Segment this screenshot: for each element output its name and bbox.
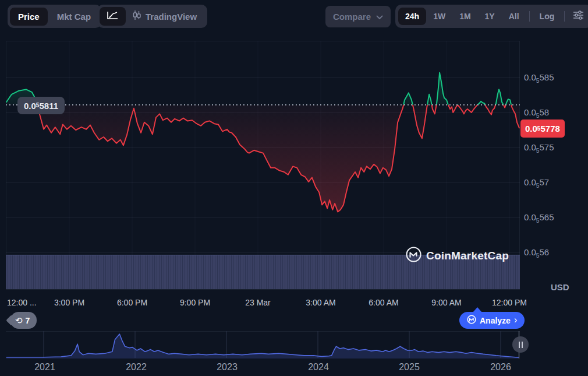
tab-price[interactable]: Price xyxy=(10,8,48,26)
history-events-badge[interactable]: ⟲ 7 xyxy=(10,312,37,329)
x-axis-tick: 12:00 ... xyxy=(7,298,37,307)
line-chart-button[interactable] xyxy=(100,7,126,26)
range-selector: 24h 1W 1M 1Y All Log xyxy=(395,5,588,28)
x-axis-tick: 12:00 PM xyxy=(492,298,527,307)
year-tick: 2021 xyxy=(34,362,55,373)
range-1w[interactable]: 1W xyxy=(426,8,452,25)
chart-type-toggle: TradingView xyxy=(97,5,207,28)
chevron-down-icon xyxy=(376,12,383,22)
tab-price-label: Price xyxy=(18,12,40,22)
watermark-label: CoinMarketCap xyxy=(426,250,509,262)
navigator-resize-handle[interactable] xyxy=(512,336,529,353)
x-axis-tick: 9:00 PM xyxy=(180,298,210,307)
y-axis-tick: 0.0558 xyxy=(524,107,549,117)
log-scale-toggle[interactable]: Log xyxy=(533,8,562,25)
x-axis-tick: 23 Mar xyxy=(245,298,271,307)
toolbar-divider xyxy=(529,11,530,22)
chart-settings-button[interactable] xyxy=(568,7,588,26)
x-axis-tick: 9:00 AM xyxy=(431,298,461,307)
history-count: 7 xyxy=(26,316,30,325)
reference-price-badge: 0.055811 xyxy=(17,97,65,114)
y-axis-tick: 0.0557 xyxy=(524,177,549,187)
tradingview-label: TradingView xyxy=(146,12,197,22)
x-axis-tick: 3:00 AM xyxy=(306,298,335,307)
current-price-badge: 0.055778 xyxy=(520,120,565,138)
currency-unit-label: USD xyxy=(551,282,569,292)
analyze-chevron-icon: › xyxy=(514,315,517,325)
year-tick: 2025 xyxy=(399,362,420,373)
range-24h[interactable]: 24h xyxy=(398,8,426,25)
cur-price-digits: 5778 xyxy=(541,124,560,133)
range-1y[interactable]: 1Y xyxy=(478,8,502,25)
compare-label: Compare xyxy=(333,12,371,22)
tradingview-button[interactable]: TradingView xyxy=(127,6,205,26)
cur-price-prefix: 0.0 xyxy=(525,124,537,133)
range-1m[interactable]: 1M xyxy=(452,8,477,25)
history-clock-icon: ⟲ xyxy=(15,315,23,326)
coinmarketcap-logo-icon xyxy=(406,247,421,265)
y-axis-tick: 0.05585 xyxy=(524,72,554,82)
year-tick: 2026 xyxy=(490,362,511,373)
cmc-chart-panel: Price Mkt Cap Tr xyxy=(0,0,588,376)
x-axis-tick: 3:00 PM xyxy=(54,298,84,307)
y-axis-tick: 0.0556 xyxy=(524,247,549,257)
tab-mktcap[interactable]: Mkt Cap xyxy=(49,8,99,26)
year-tick: 2023 xyxy=(217,362,238,373)
y-axis-tick: 0.05575 xyxy=(524,142,554,152)
watermark: CoinMarketCap xyxy=(406,247,509,265)
ref-price-prefix: 0.0 xyxy=(24,101,36,111)
range-all[interactable]: All xyxy=(502,8,526,25)
x-axis-tick: 6:00 AM xyxy=(369,298,398,307)
price-mktcap-toggle: Price Mkt Cap xyxy=(8,5,101,28)
line-chart-icon xyxy=(107,11,118,22)
year-tick: 2024 xyxy=(308,362,329,373)
analyze-label: Analyze xyxy=(480,316,511,325)
compare-dropdown[interactable]: Compare xyxy=(325,6,391,27)
x-axis-tick: 6:00 PM xyxy=(117,298,147,307)
navigator-chart[interactable] xyxy=(6,331,520,359)
cmc-analyze-logo-icon xyxy=(467,315,476,326)
candlestick-icon xyxy=(133,10,141,22)
y-axis-tick: 0.05565 xyxy=(524,212,554,222)
toolbar-divider xyxy=(564,11,565,22)
analyze-button[interactable]: Analyze › xyxy=(459,312,525,329)
year-tick: 2022 xyxy=(126,362,147,373)
ref-price-digits: 5811 xyxy=(40,101,59,111)
sliders-icon xyxy=(573,10,584,22)
tab-mktcap-label: Mkt Cap xyxy=(57,12,91,22)
